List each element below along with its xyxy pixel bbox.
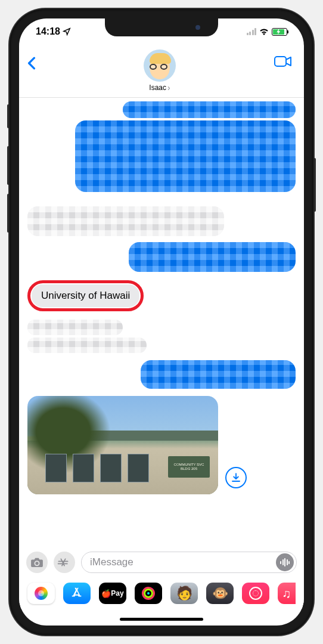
- message-sent-blurred[interactable]: [27, 101, 296, 118]
- home-indicator[interactable]: [120, 618, 203, 621]
- message-image-row: COMMUNITY SVC BLDG 205: [27, 396, 296, 494]
- facetime-button[interactable]: [268, 49, 292, 70]
- input-bar: iMessage: [19, 548, 304, 577]
- app-fitness[interactable]: [135, 583, 162, 604]
- message-sent-blurred[interactable]: [27, 242, 296, 272]
- message-input[interactable]: iMessage: [81, 552, 297, 573]
- camera-button[interactable]: [26, 552, 48, 573]
- app-animoji[interactable]: 🐵: [206, 583, 234, 604]
- camera-dot: [195, 25, 200, 30]
- app-photos[interactable]: [27, 583, 55, 604]
- message-sent-blurred[interactable]: [27, 120, 296, 192]
- side-button: [313, 158, 316, 212]
- signal-icon: [247, 28, 257, 35]
- back-button[interactable]: [27, 49, 51, 74]
- location-icon: [63, 27, 71, 36]
- app-apple-pay[interactable]: 🍎Pay: [99, 583, 126, 604]
- silent-switch: [7, 104, 10, 128]
- status-left: 14:18: [36, 26, 71, 37]
- messages-list[interactable]: University of Hawaii: [19, 98, 304, 562]
- message-sent-blurred[interactable]: [27, 360, 296, 389]
- app-drawer[interactable]: 🍎Pay 🧑 🐵 ♫: [19, 578, 304, 609]
- annotation-highlight: University of Hawaii: [27, 280, 144, 311]
- input-placeholder: iMessage: [90, 556, 133, 568]
- notch: [105, 18, 218, 36]
- volume-down-button: [7, 194, 10, 233]
- message-bubble[interactable]: University of Hawaii: [32, 284, 139, 307]
- apps-button[interactable]: [54, 552, 75, 573]
- svg-rect-0: [275, 57, 286, 66]
- contact-name: Isaac: [149, 83, 170, 92]
- app-digital-touch[interactable]: [242, 583, 269, 604]
- message-received-blurred[interactable]: [27, 338, 296, 353]
- contact-info[interactable]: Isaac: [144, 49, 176, 92]
- status-time: 14:18: [36, 26, 60, 37]
- message-received-blurred[interactable]: [27, 320, 296, 335]
- phone-frame: 14:18: [10, 9, 313, 635]
- volume-up-button: [7, 146, 10, 185]
- image-sign-text: COMMUNITY SVC BLDG 205: [168, 456, 210, 478]
- message-received-blurred[interactable]: [27, 206, 296, 236]
- app-memoji[interactable]: 🧑: [170, 583, 198, 604]
- status-right: [247, 28, 288, 36]
- screen: 14:18: [19, 18, 304, 626]
- message-image[interactable]: COMMUNITY SVC BLDG 205: [27, 396, 218, 494]
- app-store[interactable]: [63, 583, 91, 604]
- message-highlighted[interactable]: University of Hawaii: [27, 280, 296, 311]
- wifi-icon: [259, 28, 269, 35]
- battery-icon: [272, 28, 287, 36]
- download-button[interactable]: [225, 467, 247, 488]
- app-music[interactable]: ♫: [278, 583, 296, 604]
- avatar: [144, 49, 176, 82]
- voice-message-button[interactable]: [276, 553, 294, 571]
